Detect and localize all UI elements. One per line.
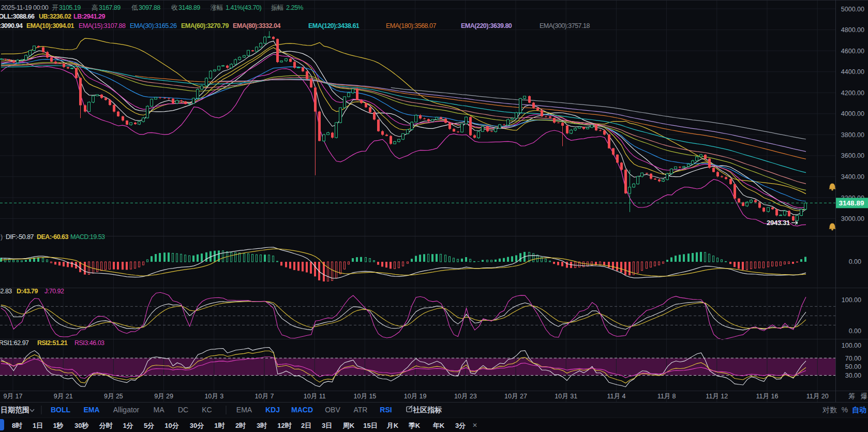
svg-text:0.00: 0.00 [849,327,861,335]
svg-text:1秒: 1秒 [53,422,63,429]
svg-text:4000.00: 4000.00 [841,110,864,117]
svg-text:11月 20: 11月 20 [806,393,829,400]
svg-text:2日: 2日 [301,422,311,429]
svg-text:8时: 8时 [12,422,23,429]
svg-text:DEA:-60.63: DEA:-60.63 [37,233,69,241]
svg-text:4200.00: 4200.00 [841,90,864,97]
svg-text:筹: 筹 [848,392,855,400]
svg-text:EMA: EMA [83,406,99,414]
svg-text:30.00: 30.00 [845,372,861,379]
svg-text:10月 3: 10月 3 [204,393,223,400]
svg-text:10月 15: 10月 15 [354,393,377,400]
svg-text:DC: DC [178,406,188,414]
svg-text:50.00: 50.00 [845,363,861,370]
svg-text:振幅: 振幅 [271,4,283,11]
svg-text:2025-11-19 00:00: 2025-11-19 00:00 [1,4,49,11]
svg-text:开: 开 [52,4,58,11]
svg-text:10月 11: 10月 11 [304,393,326,400]
svg-text:EMA(60):3270.79: EMA(60):3270.79 [181,22,229,29]
svg-text:J:70.92: J:70.92 [44,288,64,295]
svg-text:3800.00: 3800.00 [841,131,864,139]
svg-text:11月 16: 11月 16 [756,393,779,400]
svg-text:3000.00: 3000.00 [841,215,864,222]
svg-text:9月 17: 9月 17 [4,393,23,400]
svg-text:9月 21: 9月 21 [54,393,73,400]
svg-text:2.25%: 2.25% [286,4,303,11]
svg-text:分时: 分时 [99,422,113,429]
svg-text:3148.89: 3148.89 [178,4,200,11]
svg-text:EMA(80):3332.04: EMA(80):3332.04 [233,22,280,29]
svg-text:MACD:19.53: MACD:19.53 [70,233,105,241]
svg-text:BOLL:3088.66: BOLL:3088.66 [0,13,35,20]
svg-text:10月 19: 10月 19 [404,393,427,400]
svg-text:收: 收 [171,4,178,11]
svg-text:社区指标: 社区指标 [412,406,442,414]
svg-text:100.00: 100.00 [842,342,861,349]
svg-text:低: 低 [131,4,138,11]
svg-text:3分: 3分 [455,422,466,429]
svg-text:✕: ✕ [472,422,477,429]
svg-text:OBV: OBV [325,406,340,414]
svg-text:3时: 3时 [257,422,267,429]
svg-text:EMA(10):3094.01: EMA(10):3094.01 [26,22,74,29]
svg-text:月K: 月K [386,422,399,429]
svg-text:%: % [842,406,848,414]
svg-text:52.83: 52.83 [0,288,12,295]
svg-text:RSI2:51.21: RSI2:51.21 [37,339,68,347]
svg-text:30分: 30分 [190,422,204,429]
svg-text:RSI1:62.97: RSI1:62.97 [0,339,29,347]
svg-text:爆: 爆 [861,392,867,400]
svg-text:日期范围: 日期范围 [1,406,29,414]
svg-text:10月 23: 10月 23 [454,393,477,400]
svg-text:KDJ: KDJ [265,406,280,414]
svg-text:MACD: MACD [291,406,313,414]
svg-text:2时: 2时 [235,422,246,429]
svg-text:9月 29: 9月 29 [154,393,173,400]
svg-text:EMA(300):3757.18: EMA(300):3757.18 [540,22,590,29]
svg-text:ATR: ATR [354,406,368,414]
svg-text:高: 高 [92,4,98,11]
svg-text:RSI: RSI [380,406,392,414]
svg-text:对数: 对数 [822,406,837,414]
svg-text:1.41%(43.70): 1.41%(43.70) [226,4,261,11]
svg-text:季K: 季K [408,422,421,429]
svg-text:3日: 3日 [322,422,332,429]
svg-text:涨幅: 涨幅 [210,4,223,11]
svg-text:1分: 1分 [123,422,133,429]
svg-text:15日: 15日 [363,422,377,429]
svg-text:BOLL: BOLL [51,406,71,414]
svg-text:年K: 年K [432,422,445,429]
svg-text:LB:2941.29: LB:2941.29 [73,13,106,20]
svg-text:3167.89: 3167.89 [99,4,121,11]
svg-text::3090.94: :3090.94 [0,22,23,29]
svg-text:12时: 12时 [277,422,292,429]
svg-text:10月 27: 10月 27 [504,393,527,400]
svg-text:RSI3:46.03: RSI3:46.03 [74,339,104,347]
svg-text:自动: 自动 [852,406,866,414]
svg-text:11月 12: 11月 12 [706,393,728,400]
svg-text:10分: 10分 [164,422,179,429]
svg-text:5分: 5分 [144,422,155,429]
svg-text:4400.00: 4400.00 [841,68,864,76]
svg-text:3148.89: 3148.89 [839,199,864,207]
svg-text:KC: KC [202,406,212,414]
svg-text:10月 31: 10月 31 [555,393,577,400]
svg-text:D:43.79: D:43.79 [17,288,38,295]
svg-text:): ) [1,233,3,241]
svg-text:EMA(30):3165.26: EMA(30):3165.26 [130,22,177,29]
svg-text:DIF:-50.87: DIF:-50.87 [6,233,34,241]
svg-text:MA: MA [154,406,165,414]
svg-text:11月 4: 11月 4 [607,393,625,400]
svg-text:30秒: 30秒 [74,422,88,429]
svg-text:3097.88: 3097.88 [139,4,160,11]
svg-text:4600.00: 4600.00 [841,48,864,55]
svg-text:3600.00: 3600.00 [841,152,864,159]
svg-text:Alligator: Alligator [113,406,140,414]
svg-text:70.00: 70.00 [845,355,861,362]
svg-text:5000.00: 5000.00 [841,6,864,13]
svg-text:2943.31: 2943.31 [767,219,790,227]
svg-text:9月 25: 9月 25 [104,393,123,400]
svg-text:3105.19: 3105.19 [59,4,81,11]
svg-text:EMA: EMA [236,406,252,414]
svg-text:EMA(220):3639.80: EMA(220):3639.80 [461,22,512,29]
